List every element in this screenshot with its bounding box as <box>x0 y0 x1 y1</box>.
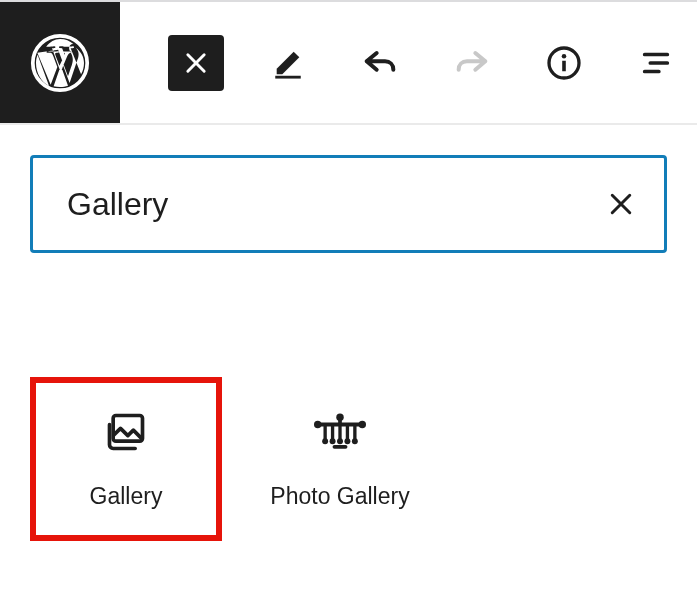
edit-button[interactable] <box>260 35 316 91</box>
outline-button[interactable] <box>628 35 684 91</box>
close-icon <box>182 49 210 77</box>
editor-toolbar <box>0 0 697 125</box>
close-icon <box>606 189 636 219</box>
svg-point-10 <box>344 438 350 444</box>
block-results: Gallery Photo Gallery <box>0 253 697 535</box>
info-icon <box>546 45 582 81</box>
block-search-area <box>0 125 697 253</box>
svg-rect-3 <box>562 60 566 71</box>
svg-point-2 <box>562 54 567 59</box>
redo-button[interactable] <box>444 35 500 91</box>
svg-point-8 <box>330 438 336 444</box>
block-label: Gallery <box>90 483 163 510</box>
wordpress-icon <box>28 31 92 95</box>
redo-icon <box>452 43 492 83</box>
pencil-icon <box>271 46 305 80</box>
clear-search-button[interactable] <box>606 189 636 219</box>
info-button[interactable] <box>536 35 592 91</box>
block-option-photo-gallery[interactable]: Photo Gallery <box>250 383 430 535</box>
list-icon <box>639 46 673 80</box>
search-input[interactable] <box>67 186 522 223</box>
toolbar-buttons <box>120 35 684 91</box>
gallery-icon <box>104 409 148 455</box>
svg-point-5 <box>314 420 321 427</box>
block-label: Photo Gallery <box>270 483 409 510</box>
block-option-gallery[interactable]: Gallery <box>36 383 216 535</box>
photo-gallery-icon <box>314 409 366 455</box>
svg-point-9 <box>337 438 343 444</box>
undo-icon <box>360 43 400 83</box>
close-inserter-button[interactable] <box>168 35 224 91</box>
svg-point-7 <box>322 438 328 444</box>
wordpress-logo-button[interactable] <box>0 2 120 123</box>
undo-button[interactable] <box>352 35 408 91</box>
svg-point-11 <box>352 438 358 444</box>
svg-point-6 <box>359 420 366 427</box>
block-search-field[interactable] <box>30 155 667 253</box>
